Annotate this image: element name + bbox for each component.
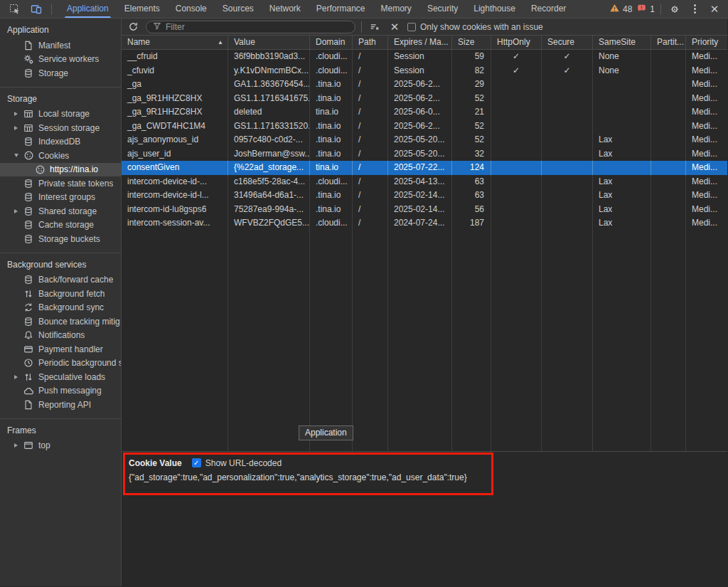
- chevron-right-icon[interactable]: [14, 112, 23, 116]
- table-row[interactable]: _cfuvidy.K1vDNmcmBCx....cloudi.../Sessio…: [122, 64, 727, 78]
- table-row[interactable]: ajs_user_idJoshBerman@ssw....tina.io/202…: [122, 147, 727, 162]
- sidebar-item-periodic-background-s[interactable]: Periodic background s: [0, 356, 121, 371]
- sidebar-item-back-forward-cache[interactable]: Back/forward cache: [0, 273, 121, 287]
- column-header-path[interactable]: Path: [353, 36, 388, 49]
- cell-secure: [542, 120, 593, 134]
- table-row[interactable]: consentGiven{%22ad_storage...tina.io/202…: [122, 161, 727, 175]
- sidebar-item-top[interactable]: top: [0, 439, 121, 453]
- column-header-expires-ma[interactable]: Expires / Ma...: [388, 36, 452, 49]
- sidebar-item-speculative-loads[interactable]: Speculative loads: [0, 370, 121, 384]
- table-row[interactable]: _gaGA1.1.363676454....tina.io/2025-06-2.…: [122, 78, 727, 92]
- sidebar-item-local-storage[interactable]: Local storage: [0, 107, 121, 122]
- cell-value: GS1.1.1716341675...: [228, 92, 310, 106]
- sidebar-item-bounce-tracking-mitig[interactable]: Bounce tracking mitig: [0, 314, 121, 329]
- chevron-right-icon[interactable]: [14, 126, 23, 130]
- column-header-secure[interactable]: Secure: [542, 36, 593, 49]
- tab-console[interactable]: Console: [168, 0, 215, 18]
- table-row[interactable]: ajs_anonymous_id0957c480-c0d2-....tina.i…: [122, 133, 727, 147]
- table-row[interactable]: _ga_9R1HHZC8HXGS1.1.1716341675....tina.i…: [122, 92, 727, 106]
- tab-security[interactable]: Security: [419, 0, 466, 18]
- cell-expires: 2025-06-2...: [388, 120, 452, 134]
- sidebar-item-interest-groups[interactable]: Interest groups: [0, 191, 121, 205]
- chevron-down-icon[interactable]: [14, 154, 23, 157]
- sidebar-item-reporting-api[interactable]: Reporting API: [0, 398, 121, 412]
- sidebar-item-storage[interactable]: Storage: [0, 66, 121, 80]
- tab-performance[interactable]: Performance: [309, 0, 373, 18]
- cell-samesite: Lax: [593, 147, 651, 162]
- tab-elements[interactable]: Elements: [117, 0, 168, 18]
- filter-input[interactable]: [166, 22, 348, 32]
- more-options-icon[interactable]: [687, 1, 702, 17]
- chevron-right-icon[interactable]: [14, 209, 23, 213]
- tab-recorder[interactable]: Recorder: [523, 0, 574, 18]
- column-header-value[interactable]: Value: [228, 36, 310, 49]
- refresh-icon[interactable]: [126, 20, 140, 34]
- panel-tabs: ApplicationElementsConsoleSourcesNetwork…: [59, 0, 574, 18]
- table-row[interactable]: intercom-id-lu8gsps675287ea9-994a-....ti…: [122, 203, 727, 217]
- issues-counter[interactable]: 1: [636, 3, 655, 15]
- toolbar-separator: [51, 4, 52, 15]
- sidebar-item-push-messaging[interactable]: Push messaging: [0, 384, 121, 398]
- sidebar-item-service-workers[interactable]: Service workers: [0, 53, 121, 67]
- column-header-samesite[interactable]: SameSite: [593, 36, 651, 49]
- sidebar-item-background-sync[interactable]: Background sync: [0, 301, 121, 315]
- column-header-priority[interactable]: Priority: [686, 36, 727, 49]
- table-row[interactable]: intercom-device-id-...c168e5f5-28ac-4...…: [122, 175, 727, 189]
- table-row[interactable]: intercom-session-av...WFVBZ2FQdGE5....cl…: [122, 216, 727, 231]
- table-row[interactable]: intercom-device-id-l...31496a64-d6a1-...…: [122, 189, 727, 203]
- cell-size: 59: [452, 50, 491, 64]
- inspect-element-icon[interactable]: [7, 1, 23, 17]
- clear-all-cookies-icon[interactable]: [368, 20, 382, 34]
- column-label: Priority: [692, 36, 718, 49]
- tab-sources[interactable]: Sources: [215, 0, 262, 18]
- empty-grid-cell: [593, 231, 651, 451]
- delete-selected-icon[interactable]: ✕: [387, 20, 402, 34]
- chevron-right-icon[interactable]: [14, 375, 23, 379]
- device-toolbar-icon[interactable]: [28, 1, 44, 17]
- card-icon: [23, 344, 34, 355]
- chevron-right-icon[interactable]: [14, 443, 23, 448]
- column-header-name[interactable]: Name▲: [122, 36, 228, 49]
- filter-funnel-icon: [153, 21, 161, 32]
- show-url-decoded-toggle[interactable]: ✓ Show URL-decoded: [192, 458, 282, 468]
- table-row[interactable]: _ga_CWDT4HC1M4GS1.1.1716331520....tina.i…: [122, 120, 727, 134]
- column-header-size[interactable]: Size: [452, 36, 491, 49]
- sidebar-item-shared-storage[interactable]: Shared storage: [0, 204, 121, 218]
- cell-name: _ga_9R1HHZC8HX: [122, 92, 228, 106]
- cell-httponly: ✓: [491, 50, 542, 64]
- sidebar-item-cookies[interactable]: Cookies: [0, 149, 121, 163]
- column-header-domain[interactable]: Domain: [310, 36, 353, 49]
- sidebar-item-notifications[interactable]: Notifications: [0, 329, 121, 343]
- sidebar-item-payment-handler[interactable]: Payment handler: [0, 342, 121, 356]
- cell-domain: .tina.io: [310, 92, 353, 106]
- sidebar-item-session-storage[interactable]: Session storage: [0, 121, 121, 135]
- only-issues-checkbox[interactable]: [407, 23, 416, 31]
- show-url-decoded-checkbox[interactable]: ✓: [192, 458, 201, 467]
- close-devtools-icon[interactable]: ✕: [707, 1, 722, 17]
- tab-memory[interactable]: Memory: [373, 0, 419, 18]
- cell-expires: 2025-06-2...: [388, 92, 452, 106]
- sidebar-item-indexeddb[interactable]: IndexedDB: [0, 135, 121, 149]
- column-header-httponly[interactable]: HttpOnly: [491, 36, 542, 49]
- sidebar-item-https-tina-io[interactable]: https://tina.io: [0, 163, 121, 177]
- sidebar-item-storage-buckets[interactable]: Storage buckets: [0, 232, 121, 246]
- gear-icon[interactable]: [667, 1, 682, 17]
- tab-lighthouse[interactable]: Lighthouse: [466, 0, 523, 18]
- table-row[interactable]: __cfruid36f9bbb3190ad3....cloudi.../Sess…: [122, 50, 727, 64]
- only-issues-toggle[interactable]: Only show cookies with an issue: [407, 22, 543, 32]
- sidebar-item-private-state-tokens[interactable]: Private state tokens: [0, 176, 121, 191]
- sidebar-item-background-fetch[interactable]: Background fetch: [0, 287, 121, 301]
- cell-path: /: [353, 50, 388, 64]
- cell-name: _ga_9R1HHZC8HX: [122, 105, 228, 120]
- cell-size: 52: [452, 120, 491, 134]
- sidebar-item-cache-storage[interactable]: Cache storage: [0, 218, 121, 233]
- cell-path: /: [353, 105, 388, 120]
- database-icon: [23, 316, 34, 327]
- table-row[interactable]: _ga_9R1HHZC8HXdeletedtina.io/2025-06-0..…: [122, 105, 727, 120]
- tab-application[interactable]: Application: [59, 0, 117, 18]
- tab-network[interactable]: Network: [262, 0, 309, 18]
- warnings-counter[interactable]: 48: [609, 3, 632, 15]
- cloud-icon: [23, 385, 34, 396]
- column-header-partit[interactable]: Partit...: [651, 36, 686, 49]
- sidebar-item-manifest[interactable]: Manifest: [0, 38, 121, 53]
